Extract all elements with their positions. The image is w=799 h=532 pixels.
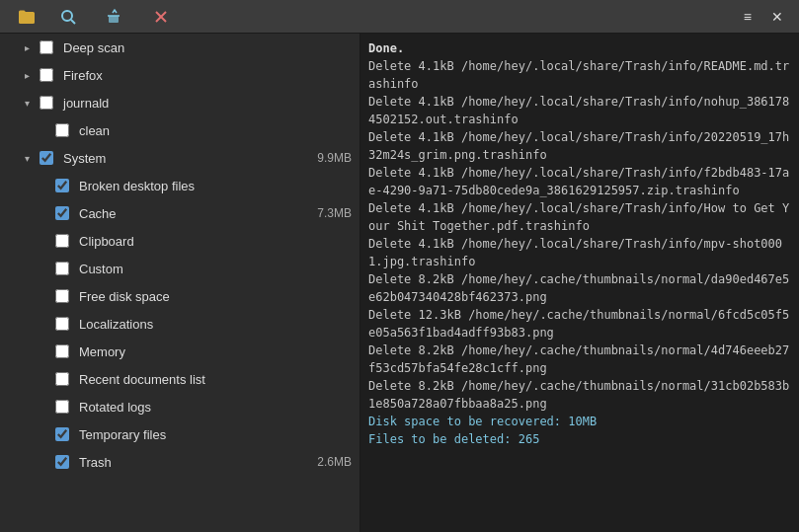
checkbox-custom[interactable] [55, 262, 69, 275]
svg-line-2 [71, 20, 75, 24]
log-line: Delete 4.1kB /home/hey/.local/share/Tras… [368, 128, 791, 164]
log-line: Delete 4.1kB /home/hey/.local/share/Tras… [368, 164, 791, 199]
log-line: Delete 4.1kB /home/hey/.local/share/Tras… [368, 199, 791, 235]
checkbox-wrapper-deep-scan [38, 38, 55, 56]
tree-item-recent-docs[interactable]: Recent documents list [0, 365, 360, 393]
item-label-clipboard: Clipboard [79, 234, 352, 249]
item-label-rotated-logs: Rotated logs [79, 400, 352, 415]
item-label-custom: Custom [79, 262, 352, 276]
log-line: Files to be deleted: 265 [368, 430, 791, 448]
item-size-trash: 2.6MB [317, 455, 352, 469]
item-label-temp-files: Temporary files [79, 427, 352, 442]
toolbar [8, 4, 185, 30]
item-label-recent-docs: Recent documents list [79, 372, 352, 387]
log-line: Done. [368, 39, 791, 57]
checkbox-wrapper-recent-docs [53, 370, 71, 388]
checkbox-wrapper-clean [53, 121, 71, 139]
item-label-deep-scan: Deep scan [63, 40, 352, 55]
svg-point-1 [62, 11, 72, 21]
checkbox-wrapper-journald [38, 94, 55, 112]
tree-item-system[interactable]: ▾System9.9MB [0, 144, 360, 172]
tree-item-memory[interactable]: Memory [0, 338, 360, 365]
folder-button[interactable] [8, 4, 45, 30]
item-label-broken-desktop: Broken desktop files [79, 179, 352, 193]
preview-icon [59, 8, 77, 26]
tree-item-deep-scan[interactable]: ▸Deep scan [0, 34, 360, 61]
checkbox-wrapper-broken-desktop [53, 177, 71, 194]
left-panel: ▸Deep scan▸Firefox▾journaldclean▾System9… [0, 34, 360, 532]
abort-button[interactable] [142, 4, 185, 30]
checkbox-clean[interactable] [55, 123, 69, 137]
checkbox-system[interactable] [40, 151, 53, 165]
checkbox-memory[interactable] [55, 344, 69, 358]
checkbox-localizations[interactable] [55, 317, 69, 331]
item-size-system: 9.9MB [317, 151, 352, 165]
checkbox-wrapper-localizations [53, 315, 71, 333]
main-content: ▸Deep scan▸Firefox▾journaldclean▾System9… [0, 34, 799, 532]
checkbox-broken-desktop[interactable] [55, 179, 69, 192]
log-line: Delete 12.3kB /home/hey/.cache/thumbnail… [368, 306, 791, 342]
checkbox-free-disk-space[interactable] [55, 289, 69, 303]
clean-button[interactable] [96, 4, 138, 30]
checkbox-wrapper-clipboard [53, 232, 71, 250]
tree-item-clean[interactable]: clean [0, 116, 360, 144]
tree-item-rotated-logs[interactable]: Rotated logs [0, 393, 360, 420]
checkbox-wrapper-free-disk-space [53, 287, 71, 305]
tree-item-free-disk-space[interactable]: Free disk space [0, 282, 360, 310]
item-label-free-disk-space: Free disk space [79, 289, 352, 304]
tree-item-cache[interactable]: Cache7.3MB [0, 199, 360, 227]
log-line: Delete 4.1kB /home/hey/.local/share/Tras… [368, 57, 791, 93]
tree-item-clipboard[interactable]: Clipboard [0, 227, 360, 255]
tree-item-temp-files[interactable]: Temporary files [0, 420, 360, 448]
expand-arrow-deep-scan: ▸ [20, 40, 34, 54]
expand-arrow-system: ▾ [20, 151, 34, 165]
checkbox-wrapper-system [38, 149, 55, 167]
checkbox-recent-docs[interactable] [55, 372, 69, 386]
menu-button[interactable]: ≡ [736, 5, 759, 29]
checkbox-deep-scan[interactable] [40, 40, 53, 54]
log-line: Delete 4.1kB /home/hey/.local/share/Tras… [368, 93, 791, 128]
checkbox-wrapper-temp-files [53, 425, 71, 443]
checkbox-rotated-logs[interactable] [55, 400, 69, 414]
log-line: Disk space to be recovered: 10MB [368, 413, 791, 430]
tree-item-firefox[interactable]: ▸Firefox [0, 61, 360, 89]
tree-item-journald[interactable]: ▾journald [0, 89, 360, 116]
preview-button[interactable] [49, 4, 92, 30]
checkbox-journald[interactable] [40, 96, 53, 110]
tree-item-broken-desktop[interactable]: Broken desktop files [0, 172, 360, 199]
expand-arrow-journald: ▾ [20, 96, 34, 110]
folder-icon [18, 8, 36, 26]
checkbox-wrapper-rotated-logs [53, 398, 71, 416]
abort-icon [152, 8, 170, 26]
checkbox-wrapper-custom [53, 260, 71, 277]
item-label-trash: Trash [79, 455, 309, 470]
checkbox-temp-files[interactable] [55, 427, 69, 441]
item-label-journald: journald [63, 96, 352, 111]
checkbox-wrapper-memory [53, 342, 71, 360]
title-bar: ≡ ✕ [0, 0, 799, 34]
item-label-localizations: Localizations [79, 317, 352, 332]
item-size-cache: 7.3MB [317, 206, 352, 220]
clean-icon [106, 8, 123, 26]
tree-item-custom[interactable]: Custom [0, 255, 360, 282]
item-label-firefox: Firefox [63, 68, 352, 83]
item-label-clean: clean [79, 123, 352, 138]
checkbox-wrapper-firefox [38, 66, 55, 84]
checkbox-cache[interactable] [55, 206, 69, 220]
log-line: Delete 8.2kB /home/hey/.cache/thumbnails… [368, 342, 791, 377]
item-label-memory: Memory [79, 344, 352, 359]
item-label-cache: Cache [79, 206, 309, 221]
expand-arrow-firefox: ▸ [20, 68, 34, 82]
log-line: Delete 4.1kB /home/hey/.local/share/Tras… [368, 235, 791, 270]
log-panel[interactable]: Done. Delete 4.1kB /home/hey/.local/shar… [360, 34, 799, 532]
tree-item-localizations[interactable]: Localizations [0, 310, 360, 338]
log-line: Delete 8.2kB /home/hey/.cache/thumbnails… [368, 270, 791, 306]
checkbox-firefox[interactable] [40, 68, 53, 82]
item-label-system: System [63, 151, 309, 166]
checkbox-clipboard[interactable] [55, 234, 69, 248]
tree-item-trash[interactable]: Trash2.6MB [0, 448, 360, 476]
close-button[interactable]: ✕ [763, 5, 791, 29]
checkbox-wrapper-cache [53, 204, 71, 222]
svg-rect-3 [109, 16, 119, 23]
checkbox-trash[interactable] [55, 455, 69, 469]
